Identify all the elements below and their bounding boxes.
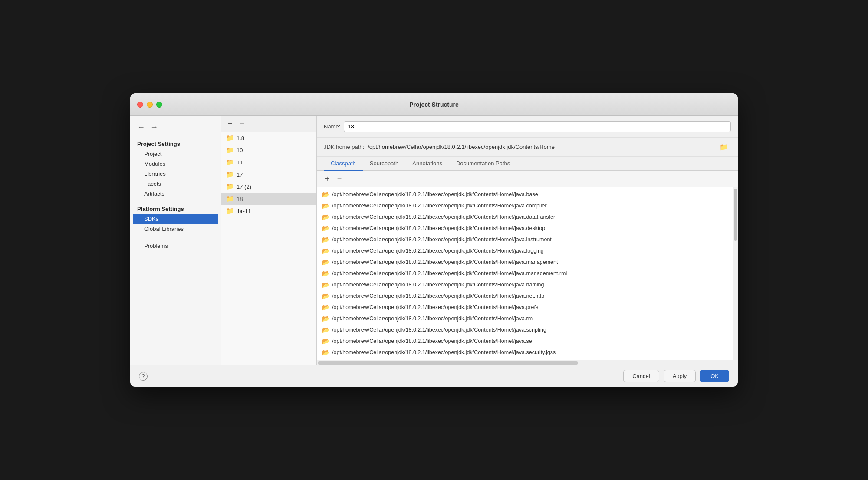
sdk-list-toolbar: + − xyxy=(221,116,316,132)
classpath-item-2[interactable]: 📂 /opt/homebrew/Cellar/openjdk/18.0.2.1/… xyxy=(317,211,733,223)
sidebar-item-facets[interactable]: Facets xyxy=(130,179,221,189)
folder-icon: 📁 xyxy=(226,158,234,166)
close-button[interactable] xyxy=(137,102,143,108)
tab-classpath[interactable]: Classpath xyxy=(324,157,363,171)
name-input[interactable] xyxy=(344,121,731,132)
classpath-content-area: 📂 /opt/homebrew/Cellar/openjdk/18.0.2.1/… xyxy=(317,187,738,360)
cancel-button[interactable]: Cancel xyxy=(623,370,659,382)
vertical-scrollbar[interactable] xyxy=(733,187,738,360)
sdk-item-jbr-11[interactable]: 📁 jbr-11 xyxy=(221,205,316,217)
project-settings-heading: Project Settings xyxy=(130,139,221,149)
tab-sourcepath[interactable]: Sourcepath xyxy=(363,157,406,171)
classpath-item-8[interactable]: 📂 /opt/homebrew/Cellar/openjdk/18.0.2.1/… xyxy=(317,279,733,290)
sidebar-item-project[interactable]: Project xyxy=(130,149,221,159)
project-structure-window: Project Structure ← → Project Settings P… xyxy=(130,93,738,387)
sidebar-item-global-libraries[interactable]: Global Libraries xyxy=(130,224,221,234)
sdk-item-1.8[interactable]: 📁 1.8 xyxy=(221,132,316,144)
horizontal-scrollbar[interactable] xyxy=(317,360,738,365)
titlebar: Project Structure xyxy=(130,93,738,116)
classpath-folder-icon: 📂 xyxy=(322,202,329,209)
back-button[interactable]: ← xyxy=(135,122,147,133)
jdk-path-value: /opt/homebrew/Cellar/openjdk/18.0.2.1/li… xyxy=(368,144,713,150)
name-row: Name: xyxy=(317,116,738,138)
classpath-item-1[interactable]: 📂 /opt/homebrew/Cellar/openjdk/18.0.2.1/… xyxy=(317,200,733,211)
folder-icon: 📁 xyxy=(226,195,234,203)
classpath-folder-icon: 📂 xyxy=(322,293,329,299)
ok-button[interactable]: OK xyxy=(700,370,729,382)
classpath-toolbar: + − xyxy=(317,171,738,187)
sidebar-item-artifacts[interactable]: Artifacts xyxy=(130,189,221,199)
details-panel: Name: JDK home path: /opt/homebrew/Cella… xyxy=(317,116,738,365)
nav-buttons: ← → xyxy=(130,119,221,137)
sdk-item-17-2[interactable]: 📁 17 (2) xyxy=(221,181,316,193)
sidebar: ← → Project Settings Project Modules Lib… xyxy=(130,116,221,365)
content-row: + − 📁 1.8 📁 10 📁 11 xyxy=(221,116,738,365)
name-label: Name: xyxy=(324,123,340,130)
folder-icon: 📁 xyxy=(226,171,234,178)
sidebar-item-sdks[interactable]: SDKs xyxy=(133,214,218,224)
folder-icon: 📁 xyxy=(226,183,234,191)
classpath-item-3[interactable]: 📂 /opt/homebrew/Cellar/openjdk/18.0.2.1/… xyxy=(317,223,733,234)
add-sdk-button[interactable]: + xyxy=(225,118,235,129)
add-classpath-button[interactable]: + xyxy=(322,174,332,184)
remove-sdk-button[interactable]: − xyxy=(237,118,247,129)
minimize-button[interactable] xyxy=(147,102,153,108)
remove-classpath-button[interactable]: − xyxy=(334,174,345,184)
classpath-item-7[interactable]: 📂 /opt/homebrew/Cellar/openjdk/18.0.2.1/… xyxy=(317,268,733,279)
folder-icon: 📁 xyxy=(226,134,234,142)
sdk-item-17[interactable]: 📁 17 xyxy=(221,168,316,181)
classpath-item-10[interactable]: 📂 /opt/homebrew/Cellar/openjdk/18.0.2.1/… xyxy=(317,302,733,313)
classpath-folder-icon: 📂 xyxy=(322,259,329,266)
main-content: ← → Project Settings Project Modules Lib… xyxy=(130,116,738,365)
classpath-item-5[interactable]: 📂 /opt/homebrew/Cellar/openjdk/18.0.2.1/… xyxy=(317,245,733,256)
classpath-item-12[interactable]: 📂 /opt/homebrew/Cellar/openjdk/18.0.2.1/… xyxy=(317,324,733,335)
sidebar-item-modules[interactable]: Modules xyxy=(130,159,221,169)
sdk-item-11[interactable]: 📁 11 xyxy=(221,156,316,168)
jdk-path-row: JDK home path: /opt/homebrew/Cellar/open… xyxy=(317,138,738,157)
classpath-item-0[interactable]: 📂 /opt/homebrew/Cellar/openjdk/18.0.2.1/… xyxy=(317,189,733,200)
classpath-folder-icon: 📂 xyxy=(322,225,329,232)
sidebar-item-problems[interactable]: Problems xyxy=(130,241,221,251)
window-title: Project Structure xyxy=(409,101,459,108)
classpath-item-13[interactable]: 📂 /opt/homebrew/Cellar/openjdk/18.0.2.1/… xyxy=(317,335,733,347)
scroll-thumb[interactable] xyxy=(734,189,737,241)
classpath-folder-icon: 📂 xyxy=(322,338,329,345)
problems-section: Problems xyxy=(130,241,221,251)
classpath-item-9[interactable]: 📂 /opt/homebrew/Cellar/openjdk/18.0.2.1/… xyxy=(317,290,733,302)
sdk-item-10[interactable]: 📁 10 xyxy=(221,144,316,156)
platform-settings-heading: Platform Settings xyxy=(130,204,221,214)
tab-documentation[interactable]: Documentation Paths xyxy=(449,157,517,171)
sidebar-item-libraries[interactable]: Libraries xyxy=(130,169,221,179)
classpath-folder-icon: 📂 xyxy=(322,214,329,220)
sdk-list-panel: + − 📁 1.8 📁 10 📁 11 xyxy=(221,116,317,365)
classpath-folder-icon: 📂 xyxy=(322,236,329,243)
scroll-track-h[interactable] xyxy=(318,361,578,365)
action-buttons: Cancel Apply OK xyxy=(623,370,729,382)
browse-jdk-button[interactable]: 📁 xyxy=(717,142,731,152)
classpath-item-14[interactable]: 📂 /opt/homebrew/Cellar/openjdk/18.0.2.1/… xyxy=(317,347,733,358)
folder-icon: 📁 xyxy=(226,207,234,215)
tabs-bar: Classpath Sourcepath Annotations Documen… xyxy=(317,157,738,171)
classpath-list: 📂 /opt/homebrew/Cellar/openjdk/18.0.2.1/… xyxy=(317,187,733,360)
sdk-item-18[interactable]: 📁 18 xyxy=(221,193,316,205)
maximize-button[interactable] xyxy=(156,102,162,108)
classpath-folder-icon: 📂 xyxy=(322,349,329,356)
jdk-path-label: JDK home path: xyxy=(324,144,364,150)
tab-annotations[interactable]: Annotations xyxy=(405,157,449,171)
classpath-folder-icon: 📂 xyxy=(322,247,329,254)
classpath-folder-icon: 📂 xyxy=(322,304,329,311)
classpath-folder-icon: 📂 xyxy=(322,326,329,333)
classpath-item-11[interactable]: 📂 /opt/homebrew/Cellar/openjdk/18.0.2.1/… xyxy=(317,313,733,324)
classpath-folder-icon: 📂 xyxy=(322,281,329,288)
classpath-item-6[interactable]: 📂 /opt/homebrew/Cellar/openjdk/18.0.2.1/… xyxy=(317,256,733,268)
classpath-folder-icon: 📂 xyxy=(322,270,329,277)
classpath-item-4[interactable]: 📂 /opt/homebrew/Cellar/openjdk/18.0.2.1/… xyxy=(317,234,733,245)
folder-icon: 📁 xyxy=(226,146,234,154)
classpath-folder-icon: 📂 xyxy=(322,191,329,198)
sdk-list: 📁 1.8 📁 10 📁 11 📁 17 xyxy=(221,132,316,365)
help-button[interactable]: ? xyxy=(139,372,148,381)
apply-button[interactable]: Apply xyxy=(664,370,696,382)
forward-button[interactable]: → xyxy=(148,122,160,133)
traffic-lights xyxy=(137,102,162,108)
bottom-bar: ? Cancel Apply OK xyxy=(130,365,738,387)
